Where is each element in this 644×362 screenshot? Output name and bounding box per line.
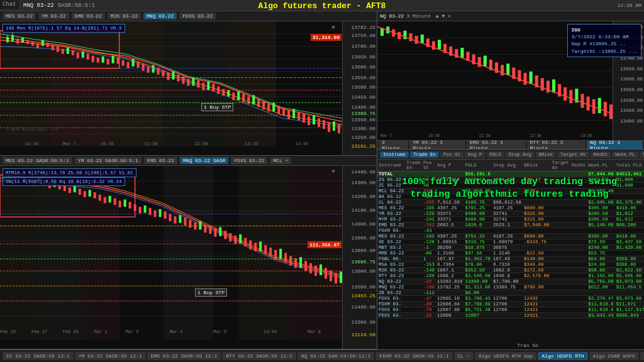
svg-rect-56 xyxy=(202,83,204,90)
trades-tab-weekpl[interactable]: Week PL xyxy=(612,151,638,158)
buy-stp-bottom: 1 Buy STP xyxy=(195,288,227,297)
table-row: ZS 05-22 40 1672.916 $829.17 1674.50 $79… xyxy=(377,177,644,183)
svg-rect-82 xyxy=(333,121,335,131)
svg-rect-32 xyxy=(82,52,84,58)
tab-bot-fdxs[interactable]: FDXS 03-22 xyxy=(231,157,267,164)
table-row: BA 03-22 -90 3/8/2022 xyxy=(377,194,644,200)
svg-rect-225 xyxy=(478,57,481,67)
top-chart-annotation: 14D Mon R(1975).1 57 Eq 14-B(291).71 V0.… xyxy=(3,24,125,33)
btab-algo-usar[interactable]: Algo USAR WSFG xyxy=(589,352,639,360)
table-scroll[interactable]: Instrume Trade En Pos St Avg P P&LS Stop… xyxy=(377,160,644,349)
btab-emd[interactable]: EMD 03-22 SASR:50 12:1 xyxy=(147,352,221,360)
svg-rect-246 xyxy=(598,98,601,113)
tab-3min[interactable]: 3 Minute xyxy=(379,140,408,149)
svg-rect-164 xyxy=(244,238,247,246)
th-week: Week.PL xyxy=(587,160,615,172)
mini-controls: ▲ ▼ ✕ xyxy=(436,13,451,19)
svg-rect-47 xyxy=(157,68,160,75)
tab-rty-3min[interactable]: RTY 03-22 3 Minute xyxy=(527,140,586,149)
btab-es[interactable]: ES 03-22 SASR:50 12:1 xyxy=(3,352,74,360)
trades-tab-instrume[interactable]: Instrume xyxy=(380,151,409,158)
svg-rect-83 xyxy=(338,124,340,133)
tab-bot-mnq[interactable]: MNQ 03-22 SASR xyxy=(180,157,228,164)
mini-chart-tabs: 3 Minute YM 03-22 3 Minute EMD 03-22 3 M… xyxy=(377,140,644,149)
svg-rect-78 xyxy=(313,115,315,124)
table-row: MYM 03-2 -241 33371 $488.00 32741 $315.0… xyxy=(377,217,644,222)
chart-top-body: 14:30 Mar 7 10:30 11:30 12:30 13:30 14:3… xyxy=(0,21,377,155)
price-13500: 13500.00 xyxy=(352,84,375,90)
svg-text:Feb 28: Feb 28 xyxy=(63,329,79,334)
trades-tab-pos-st[interactable]: Pos St xyxy=(440,151,464,158)
tab-bot-mes[interactable]: MES 03-22 SASR:50:5:1 xyxy=(3,157,72,164)
price-bot-13800: 13800.00 xyxy=(352,248,375,253)
tab-mcl[interactable]: MCL ÷ xyxy=(270,157,291,164)
trades-tab-stop[interactable]: Stop Avg xyxy=(506,151,535,158)
svg-text:10:30: 10:30 xyxy=(101,141,114,146)
svg-text:11:30: 11:30 xyxy=(145,141,158,146)
tab-emd[interactable]: EMD 03-22 xyxy=(72,13,105,19)
trades-tab-totalpls[interactable]: Total PLS xyxy=(640,151,644,158)
btab-algo-gap[interactable]: Algo UDSFG RTH Gap xyxy=(475,352,536,360)
btab-nq[interactable]: NQ 03-22 SAR:54:50:12:1 xyxy=(297,352,374,360)
tab-ym[interactable]: YM 03-22 xyxy=(38,13,69,19)
btab-fdxm[interactable]: FDXM 03-22 SASR:50 12:1 xyxy=(375,352,452,360)
trades-tab-pls[interactable]: P&LS xyxy=(487,151,504,158)
table-row: M2K 03-22 -149 1997.1 $352.50 1982.6 $17… xyxy=(377,268,644,273)
svg-rect-25 xyxy=(47,43,49,47)
mini-p7: 13550.00 xyxy=(620,87,643,92)
th-redst: RedSt xyxy=(570,160,587,172)
tab-fdxs[interactable]: FDXS 03-22 xyxy=(179,13,216,19)
trades-tab-srisk[interactable]: $Risk xyxy=(536,151,557,158)
trades-tab-trade-en[interactable]: Trade En xyxy=(410,151,439,158)
svg-rect-237 xyxy=(547,81,550,93)
tab-bot-emd[interactable]: EMD 03-22 xyxy=(144,157,177,164)
price-bot-13600: 13600.00 xyxy=(352,268,375,274)
trades-tab-avg-p[interactable]: Avg P xyxy=(465,151,486,158)
svg-rect-238 xyxy=(552,79,555,92)
price-13550: 13550.00 xyxy=(352,75,375,80)
svg-rect-64 xyxy=(242,94,245,102)
th-pls: P&LS xyxy=(464,160,492,172)
svg-rect-172 xyxy=(284,253,287,263)
svg-rect-75 xyxy=(297,112,300,120)
th-pos: Pos St xyxy=(422,160,436,172)
trades-tab-target[interactable]: Target AV xyxy=(557,151,589,158)
chart-bottom-header: MES 03-22 SASR:50:5:1 YM 03-22 SASR:50:5… xyxy=(0,156,377,166)
th-inst: Instrume xyxy=(377,160,406,172)
tab-nq-3min[interactable]: NQ 03-22 3 Minute xyxy=(587,140,643,149)
btab-cl[interactable]: CL ÷ xyxy=(454,352,474,360)
table-row: MSA 03-22 -153 0.7364 $78.00 0.7318 $348… xyxy=(377,262,644,268)
svg-rect-139 xyxy=(119,200,121,207)
tab-bot-ym[interactable]: YM 03-22 SASR:50:5:1 xyxy=(75,157,142,164)
svg-rect-144 xyxy=(144,206,147,212)
svg-rect-158 xyxy=(214,228,216,236)
bot-chart-annotation1: MYM10.0 R(3748):13.76 Z5.08 5(240):5.57 … xyxy=(3,168,136,177)
btab-algo-rth[interactable]: Algo UDSFG RTH xyxy=(538,352,587,360)
trades-table-area: Instrume Trade En Pos St Avg P P&LS Stop… xyxy=(377,150,644,349)
btab-algo-crypto[interactable]: Algo UDSFG Cryptos xyxy=(640,352,644,360)
svg-text:✕: ✕ xyxy=(331,24,335,31)
mini-p8: 13500.00 xyxy=(620,98,643,103)
svg-rect-45 xyxy=(147,67,150,73)
tab-ym-3min[interactable]: YM 03-22 3 Minute xyxy=(409,140,465,149)
mini-p9: 13450.00 xyxy=(620,108,643,113)
svg-rect-38 xyxy=(112,56,114,63)
tab-mes[interactable]: MES 03-22 xyxy=(3,13,36,19)
price-13350: 13350.00 xyxy=(352,117,375,123)
svg-text:Mar 6: Mar 6 xyxy=(213,329,226,334)
svg-rect-46 xyxy=(152,65,155,73)
time-label: 12:39 AM xyxy=(618,3,641,8)
btab-ym[interactable]: YM 03-22 SASR:50 12:1 xyxy=(75,352,146,360)
svg-rect-72 xyxy=(282,107,285,116)
chart-top: MES 03-22 YM 03-22 EMD 03-22 M2K 03-22 M… xyxy=(0,11,377,156)
svg-rect-133 xyxy=(89,190,91,197)
svg-rect-212 xyxy=(403,31,406,40)
svg-rect-162 xyxy=(234,236,236,244)
tab-emd-3min[interactable]: EMD 03-22 3 Minute xyxy=(467,140,526,149)
svg-rect-54 xyxy=(192,78,194,86)
tab-mnq[interactable]: MNQ 03-22 xyxy=(143,13,177,19)
trades-tab-redst[interactable]: RedSt xyxy=(591,151,611,158)
btab-rty[interactable]: RTY 03-22 SASR:50 12:1 xyxy=(222,352,296,360)
tab-m2k[interactable]: M2K 03-22 xyxy=(108,13,141,19)
svg-rect-70 xyxy=(272,102,275,111)
